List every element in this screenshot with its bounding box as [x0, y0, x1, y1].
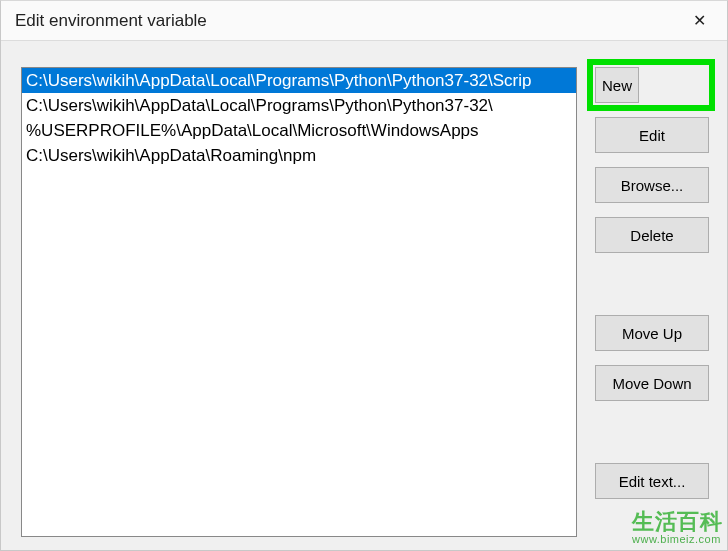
- edit-button[interactable]: Edit: [595, 117, 709, 153]
- button-column: New Edit Browse... Delete Move Up Move D…: [595, 67, 709, 537]
- path-entry[interactable]: C:\Users\wikih\AppData\Local\Programs\Py…: [22, 68, 576, 93]
- move-down-button[interactable]: Move Down: [595, 365, 709, 401]
- path-entry[interactable]: C:\Users\wikih\AppData\Roaming\npm: [22, 143, 576, 168]
- move-up-button[interactable]: Move Up: [595, 315, 709, 351]
- delete-button[interactable]: Delete: [595, 217, 709, 253]
- close-icon: ✕: [693, 11, 706, 30]
- path-entry[interactable]: C:\Users\wikih\AppData\Local\Programs\Py…: [22, 93, 576, 118]
- edit-env-var-dialog: Edit environment variable ✕ C:\Users\wik…: [0, 0, 728, 551]
- dialog-title: Edit environment variable: [15, 11, 207, 31]
- edit-text-button[interactable]: Edit text...: [595, 463, 709, 499]
- spacer: [595, 267, 709, 301]
- path-listbox[interactable]: C:\Users\wikih\AppData\Local\Programs\Py…: [21, 67, 577, 537]
- dialog-body: C:\Users\wikih\AppData\Local\Programs\Py…: [1, 41, 727, 551]
- path-entry[interactable]: %USERPROFILE%\AppData\Local\Microsoft\Wi…: [22, 118, 576, 143]
- titlebar: Edit environment variable ✕: [1, 1, 727, 41]
- spacer: [595, 415, 709, 449]
- new-button[interactable]: New: [595, 67, 639, 103]
- close-button[interactable]: ✕: [671, 1, 727, 41]
- browse-button[interactable]: Browse...: [595, 167, 709, 203]
